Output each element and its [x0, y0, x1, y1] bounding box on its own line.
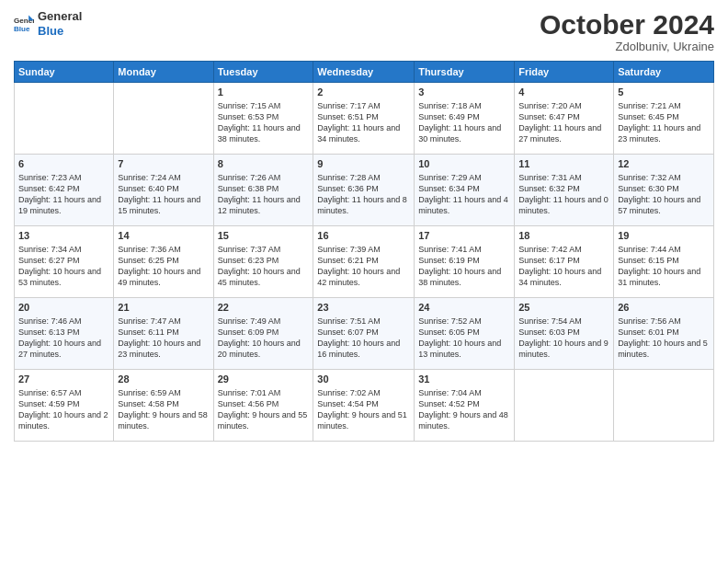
sunset-text: Sunset: 4:58 PM [118, 398, 209, 409]
sunset-text: Sunset: 6:07 PM [317, 327, 410, 338]
sunrise-text: Sunrise: 7:17 AM [317, 100, 410, 111]
day-number: 23 [317, 301, 410, 315]
day-header-tuesday: Tuesday [213, 62, 313, 83]
svg-text:Blue: Blue [14, 25, 30, 33]
day-number: 11 [518, 157, 609, 171]
day-number: 18 [518, 229, 609, 243]
day-header-saturday: Saturday [614, 62, 714, 83]
sunset-text: Sunset: 6:21 PM [317, 255, 410, 266]
daylight-text: Daylight: 11 hours and 30 minutes. [418, 122, 510, 144]
sunrise-text: Sunrise: 7:01 AM [218, 387, 310, 398]
day-header-thursday: Thursday [415, 62, 515, 83]
sunrise-text: Sunrise: 7:21 AM [618, 100, 710, 111]
sunset-text: Sunset: 6:11 PM [118, 327, 209, 338]
sunrise-text: Sunrise: 7:32 AM [618, 172, 710, 183]
sunset-text: Sunset: 6:09 PM [218, 327, 310, 338]
day-number: 29 [218, 373, 310, 386]
day-number: 5 [618, 86, 710, 99]
daylight-text: Daylight: 11 hours and 12 minutes. [218, 194, 310, 216]
calendar-cell: 22Sunrise: 7:49 AMSunset: 6:09 PMDayligh… [213, 298, 313, 370]
calendar-cell: 7Sunrise: 7:24 AMSunset: 6:40 PMDaylight… [114, 155, 213, 226]
sunset-text: Sunset: 6:51 PM [317, 111, 410, 122]
sunset-text: Sunset: 6:38 PM [218, 183, 310, 194]
sunrise-text: Sunrise: 7:36 AM [118, 244, 209, 255]
daylight-text: Daylight: 11 hours and 34 minutes. [317, 122, 410, 144]
sunrise-text: Sunrise: 7:34 AM [18, 244, 109, 255]
sunrise-text: Sunrise: 7:39 AM [317, 244, 410, 255]
calendar-cell: 29Sunrise: 7:01 AMSunset: 4:56 PMDayligh… [213, 370, 313, 442]
day-number: 27 [18, 373, 109, 386]
month-title: October 2024 [540, 9, 714, 40]
logo: General Blue General Blue [14, 9, 82, 38]
daylight-text: Daylight: 10 hours and 53 minutes. [18, 266, 109, 288]
calendar-cell: 25Sunrise: 7:54 AMSunset: 6:03 PMDayligh… [515, 298, 614, 370]
day-number: 13 [18, 229, 109, 243]
day-number: 7 [118, 157, 209, 171]
day-number: 9 [317, 157, 410, 171]
day-number: 2 [317, 86, 410, 99]
day-number: 21 [118, 301, 209, 315]
day-number: 20 [18, 301, 109, 315]
sunset-text: Sunset: 6:47 PM [518, 111, 609, 122]
sunrise-text: Sunrise: 7:37 AM [218, 244, 310, 255]
calendar-cell [515, 370, 614, 442]
calendar-cell: 16Sunrise: 7:39 AMSunset: 6:21 PMDayligh… [313, 226, 415, 298]
day-number: 19 [618, 229, 710, 243]
sunset-text: Sunset: 6:36 PM [317, 183, 410, 194]
sunrise-text: Sunrise: 7:23 AM [18, 172, 109, 183]
day-number: 15 [218, 229, 310, 243]
daylight-text: Daylight: 9 hours and 55 minutes. [218, 409, 310, 431]
day-header-wednesday: Wednesday [313, 62, 415, 83]
daylight-text: Daylight: 9 hours and 48 minutes. [418, 409, 510, 431]
day-number: 30 [317, 373, 410, 386]
daylight-text: Daylight: 10 hours and 5 minutes. [618, 338, 710, 360]
sunrise-text: Sunrise: 7:44 AM [618, 244, 710, 255]
calendar-cell: 24Sunrise: 7:52 AMSunset: 6:05 PMDayligh… [415, 298, 515, 370]
sunrise-text: Sunrise: 7:18 AM [418, 100, 510, 111]
calendar-cell [15, 83, 114, 155]
daylight-text: Daylight: 9 hours and 58 minutes. [118, 409, 209, 431]
sunrise-text: Sunrise: 7:51 AM [317, 316, 410, 327]
sunset-text: Sunset: 6:30 PM [618, 183, 710, 194]
day-number: 3 [418, 86, 510, 99]
day-number: 22 [218, 301, 310, 315]
day-number: 16 [317, 229, 410, 243]
header: General Blue General Blue October 2024 Z… [14, 9, 714, 53]
logo-line2: Blue [38, 24, 82, 39]
day-number: 1 [218, 86, 310, 99]
day-header-friday: Friday [515, 62, 614, 83]
calendar-cell: 21Sunrise: 7:47 AMSunset: 6:11 PMDayligh… [114, 298, 213, 370]
calendar-cell: 14Sunrise: 7:36 AMSunset: 6:25 PMDayligh… [114, 226, 213, 298]
calendar-cell [614, 370, 714, 442]
day-number: 24 [418, 301, 510, 315]
daylight-text: Daylight: 10 hours and 13 minutes. [418, 338, 510, 360]
day-number: 14 [118, 229, 209, 243]
daylight-text: Daylight: 11 hours and 23 minutes. [618, 122, 710, 144]
calendar-cell: 6Sunrise: 7:23 AMSunset: 6:42 PMDaylight… [15, 155, 114, 226]
daylight-text: Daylight: 11 hours and 4 minutes. [418, 194, 510, 216]
calendar-cell: 9Sunrise: 7:28 AMSunset: 6:36 PMDaylight… [313, 155, 415, 226]
sunset-text: Sunset: 6:49 PM [418, 111, 510, 122]
sunrise-text: Sunrise: 7:20 AM [518, 100, 609, 111]
sunset-text: Sunset: 6:27 PM [18, 255, 109, 266]
daylight-text: Daylight: 10 hours and 31 minutes. [618, 266, 710, 288]
sunrise-text: Sunrise: 6:57 AM [18, 387, 109, 398]
day-number: 26 [618, 301, 710, 315]
sunset-text: Sunset: 4:52 PM [418, 398, 510, 409]
daylight-text: Daylight: 11 hours and 15 minutes. [118, 194, 209, 216]
sunrise-text: Sunrise: 7:56 AM [618, 316, 710, 327]
calendar-cell: 31Sunrise: 7:04 AMSunset: 4:52 PMDayligh… [415, 370, 515, 442]
sunset-text: Sunset: 6:01 PM [618, 327, 710, 338]
daylight-text: Daylight: 10 hours and 27 minutes. [18, 338, 109, 360]
calendar-cell: 30Sunrise: 7:02 AMSunset: 4:54 PMDayligh… [313, 370, 415, 442]
sunrise-text: Sunrise: 7:28 AM [317, 172, 410, 183]
calendar-cell: 15Sunrise: 7:37 AMSunset: 6:23 PMDayligh… [213, 226, 313, 298]
sunset-text: Sunset: 6:05 PM [418, 327, 510, 338]
sunrise-text: Sunrise: 7:24 AM [118, 172, 209, 183]
calendar-cell: 19Sunrise: 7:44 AMSunset: 6:15 PMDayligh… [614, 226, 714, 298]
logo-icon: General Blue [14, 14, 34, 34]
day-number: 25 [518, 301, 609, 315]
daylight-text: Daylight: 9 hours and 51 minutes. [317, 409, 410, 431]
sunrise-text: Sunrise: 7:46 AM [18, 316, 109, 327]
daylight-text: Daylight: 11 hours and 27 minutes. [518, 122, 609, 144]
